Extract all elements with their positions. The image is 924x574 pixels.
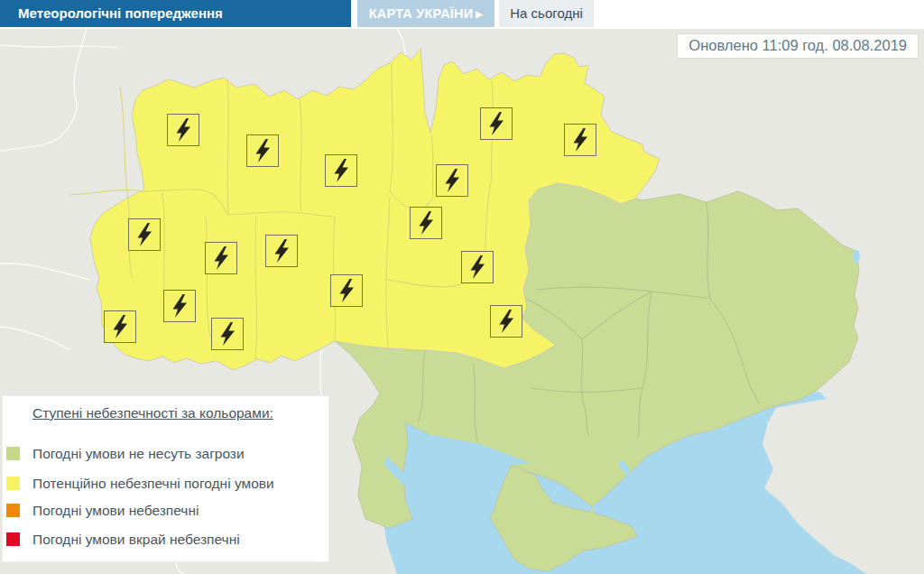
- lightning-bolt-icon: [331, 275, 363, 307]
- updated-badge: Оновлено 11:09 год. 08.08.2019: [677, 33, 919, 59]
- tab-ukraine-map-label: КАРТА УКРАЇНИ: [369, 6, 473, 21]
- lightning-bolt-icon: [212, 319, 244, 350]
- legend-swatch-dangerous: [6, 504, 20, 517]
- lightning-bolt-icon: [411, 208, 442, 239]
- lightning-bolt-icon: [247, 135, 279, 167]
- lightning-bolt-icon: [326, 155, 357, 187]
- legend-swatch-extremely-dangerous: [6, 532, 20, 546]
- tab-ukraine-map[interactable]: КАРТА УКРАЇНИ▶: [357, 0, 494, 27]
- legend-label: Погодні умови вкрай небезпечні: [32, 532, 240, 548]
- lightning-bolt-icon: [462, 252, 494, 283]
- legend-swatch-safe: [6, 447, 20, 460]
- lightning-bolt-icon: [481, 108, 513, 140]
- lightning-bolt-icon: [266, 236, 298, 267]
- lightning-bolt-icon: [491, 306, 522, 338]
- legend-panel: Ступені небезпечності за кольорами: Пого…: [2, 395, 329, 562]
- lightning-bolt-icon: [565, 125, 596, 156]
- lightning-bolt-icon: [129, 219, 161, 251]
- legend-swatch-potentially-dangerous: [6, 477, 20, 490]
- legend-label: Погодні умови небезпечні: [32, 503, 199, 519]
- arrow-right-icon: ▶: [476, 9, 483, 19]
- legend-label: Потенційно небезпечні погодні умови: [32, 476, 274, 492]
- legend-title: Ступені небезпечності за кольорами:: [32, 405, 273, 421]
- tab-today[interactable]: На сьогодні: [499, 0, 594, 27]
- tab-meteo-warnings[interactable]: Метеорологічні попередження: [0, 0, 351, 27]
- lightning-bolt-icon: [168, 115, 199, 146]
- lightning-bolt-icon: [164, 291, 196, 322]
- legend-label: Погодні умови не несуть загрози: [32, 446, 245, 462]
- lightning-bolt-icon: [105, 311, 136, 343]
- lightning-bolt-icon: [437, 165, 468, 197]
- header-tabs: Метеорологічні попередження КАРТА УКРАЇН…: [0, 0, 924, 29]
- lightning-bolt-icon: [206, 243, 237, 274]
